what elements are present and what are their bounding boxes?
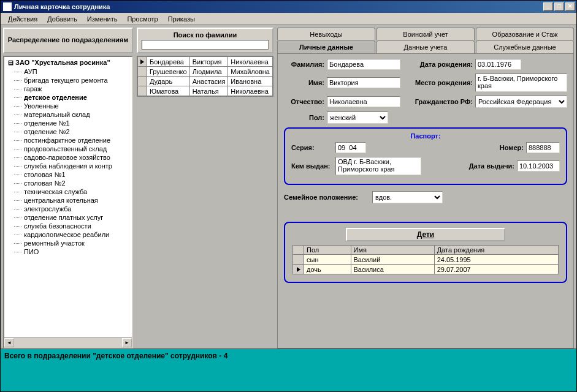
children-grid[interactable]: ПолИмяДата рождениясынВасилий24.05.1995д… bbox=[292, 245, 559, 274]
row-header bbox=[293, 255, 304, 265]
window-title: Личная карточка сотрудника bbox=[14, 3, 543, 10]
tree-item[interactable]: бригада текущего ремонта bbox=[7, 76, 132, 85]
tree-item[interactable]: АУП bbox=[7, 67, 132, 76]
search-panel: Поиск по фамилии БондареваВикторияНикола… bbox=[137, 28, 273, 349]
cell: Василий bbox=[351, 255, 434, 265]
input-passport-series[interactable] bbox=[335, 142, 366, 153]
scroll-right-icon[interactable]: ► bbox=[122, 338, 132, 347]
tree-item[interactable]: постинфарктное отделение bbox=[7, 136, 132, 145]
cell: дочь bbox=[304, 265, 351, 274]
tree-item[interactable]: столовая №2 bbox=[7, 179, 132, 187]
close-button[interactable]: ✕ bbox=[565, 2, 575, 11]
tree-item[interactable]: отделение №1 bbox=[7, 119, 132, 127]
col-name: Имя bbox=[351, 246, 434, 255]
client-area: Распределение по подразделениям ⊟ ЗАО "Х… bbox=[1, 25, 576, 391]
app-window: Личная карточка сотрудника _ □ ✕ Действи… bbox=[0, 0, 577, 392]
tree-item[interactable]: служба безопасности bbox=[7, 222, 132, 230]
tree-item[interactable]: электрослужба bbox=[7, 205, 132, 213]
tree-root[interactable]: ⊟ ЗАО "Хрустальная росинка" bbox=[7, 58, 132, 67]
passport-group: Паспорт: Серия: Номер: Кем выдан: ОВД г.… bbox=[284, 127, 567, 185]
label-birthplace: Место рождения: bbox=[405, 79, 473, 86]
input-birthdate[interactable] bbox=[475, 59, 521, 70]
input-patronymic[interactable] bbox=[327, 96, 400, 107]
table-row[interactable]: ЮматоваНатальяНиколаевна bbox=[138, 86, 273, 96]
cell: Михайловна bbox=[228, 67, 273, 77]
departments-tree[interactable]: ⊟ ЗАО "Хрустальная росинка"АУПбригада те… bbox=[3, 56, 133, 349]
tab-account[interactable]: Данные учета bbox=[376, 40, 475, 53]
titlebar: Личная карточка сотрудника _ □ ✕ bbox=[1, 1, 576, 13]
row-header bbox=[138, 86, 147, 96]
input-passport-issue-date[interactable] bbox=[517, 160, 560, 172]
tree-item[interactable]: отделение №2 bbox=[7, 127, 132, 136]
tree-item[interactable]: столовая №1 bbox=[7, 170, 132, 179]
input-passport-issued-by[interactable]: ОВД г. Б-Васюки, Приморского края bbox=[335, 157, 421, 175]
tabs-row-2: Личные данные Данные учета Служебные дан… bbox=[277, 40, 574, 53]
tree-item[interactable]: ПИО bbox=[7, 247, 132, 256]
tree-item[interactable]: Уволенные bbox=[7, 102, 132, 110]
table-row[interactable]: дочьВасилиса29.07.2007 bbox=[293, 265, 559, 274]
tab-content-personal: Фамилия: Дата рождения: Имя: Место рожде… bbox=[277, 53, 574, 349]
menu-orders[interactable]: Приказы bbox=[163, 14, 200, 24]
employee-grid[interactable]: БондареваВикторияНиколаевнаГрушевенкоЛюд… bbox=[137, 56, 273, 97]
cell: Наталья bbox=[189, 86, 228, 96]
tree-item[interactable]: служба наблюдения и контр bbox=[7, 162, 132, 170]
tree-item[interactable]: техническая служба bbox=[7, 187, 132, 196]
tree-item[interactable]: детское отделение bbox=[7, 93, 132, 102]
maximize-button[interactable]: □ bbox=[554, 2, 564, 11]
children-group: Дети ПолИмяДата рождениясынВасилий24.05.… bbox=[284, 222, 567, 283]
row-header bbox=[138, 57, 147, 67]
label-firstname: Имя: bbox=[284, 79, 324, 86]
row-header bbox=[293, 246, 304, 255]
tree-item[interactable]: ремонтный участок bbox=[7, 239, 132, 247]
tab-absences[interactable]: Невыходы bbox=[277, 28, 375, 40]
table-row[interactable]: ДударьАнастасияИвановна bbox=[138, 77, 273, 86]
tree-item[interactable]: отделение платных услуг bbox=[7, 213, 132, 222]
tree-item[interactable]: садово-парковое хозяйство bbox=[7, 153, 132, 162]
tab-personal[interactable]: Личные данные bbox=[277, 40, 375, 53]
row-header bbox=[138, 67, 147, 77]
label-patronymic: Отчество: bbox=[284, 98, 324, 105]
tab-service[interactable]: Служебные данные bbox=[476, 40, 574, 53]
cell: Николаевна bbox=[228, 86, 273, 96]
children-button[interactable]: Дети bbox=[346, 228, 505, 241]
cell: 29.07.2007 bbox=[434, 265, 558, 274]
tree-item[interactable]: материальный склад bbox=[7, 110, 132, 119]
tree-item[interactable]: продовольственный склад bbox=[7, 145, 132, 153]
menu-view[interactable]: Просмотр bbox=[122, 14, 162, 24]
tab-military[interactable]: Воинский учет bbox=[376, 28, 475, 40]
input-firstname[interactable] bbox=[327, 77, 400, 88]
input-lastname[interactable] bbox=[327, 59, 400, 70]
select-sex[interactable]: женский bbox=[327, 111, 388, 124]
select-citizenship[interactable]: Российская Федерация bbox=[475, 96, 567, 108]
menu-edit[interactable]: Изменить bbox=[82, 14, 123, 24]
label-lastname: Фамилия: bbox=[284, 61, 324, 68]
menu-add[interactable]: Добавить bbox=[42, 14, 82, 24]
minimize-button[interactable]: _ bbox=[543, 2, 553, 11]
cell: Ивановна bbox=[228, 77, 273, 86]
input-birthplace[interactable]: г. Б-Васюки, Приморского края bbox=[475, 74, 567, 92]
cell: Виктория bbox=[189, 57, 228, 67]
search-input[interactable] bbox=[142, 40, 269, 50]
label-passport-issue-date: Дата выдачи: bbox=[469, 162, 514, 170]
menu-actions[interactable]: Действия bbox=[3, 14, 42, 24]
tree-item[interactable]: кардиологическое реабили bbox=[7, 230, 132, 239]
row-pointer-icon bbox=[297, 267, 300, 272]
input-passport-number[interactable] bbox=[526, 142, 560, 153]
statusbar: Всего в подразделении "детское отделение… bbox=[1, 349, 576, 391]
cell: сын bbox=[304, 255, 351, 265]
tabs-row-1: Невыходы Воинский учет Образование и Ста… bbox=[277, 28, 574, 40]
row-header bbox=[138, 77, 147, 86]
tree-item[interactable]: центральная котельная bbox=[7, 196, 132, 205]
tree-item[interactable]: гараж bbox=[7, 85, 132, 93]
table-row[interactable]: ГрушевенкоЛюдмилаМихайловна bbox=[138, 67, 273, 77]
label-marital: Семейное положение: bbox=[284, 194, 370, 201]
table-row[interactable]: БондареваВикторияНиколаевна bbox=[138, 57, 273, 67]
tab-education[interactable]: Образование и Стаж bbox=[476, 28, 574, 40]
select-marital[interactable]: вдов. bbox=[372, 191, 443, 203]
status-text: Всего в подразделении "детское отделение… bbox=[4, 352, 227, 360]
scroll-left-icon[interactable]: ◄ bbox=[4, 338, 14, 347]
tree-hscrollbar[interactable]: ◄ ► bbox=[4, 337, 132, 347]
table-row[interactable]: сынВасилий24.05.1995 bbox=[293, 255, 559, 265]
cell: Юматова bbox=[147, 86, 189, 96]
menubar: Действия Добавить Изменить Просмотр Прик… bbox=[1, 13, 576, 25]
